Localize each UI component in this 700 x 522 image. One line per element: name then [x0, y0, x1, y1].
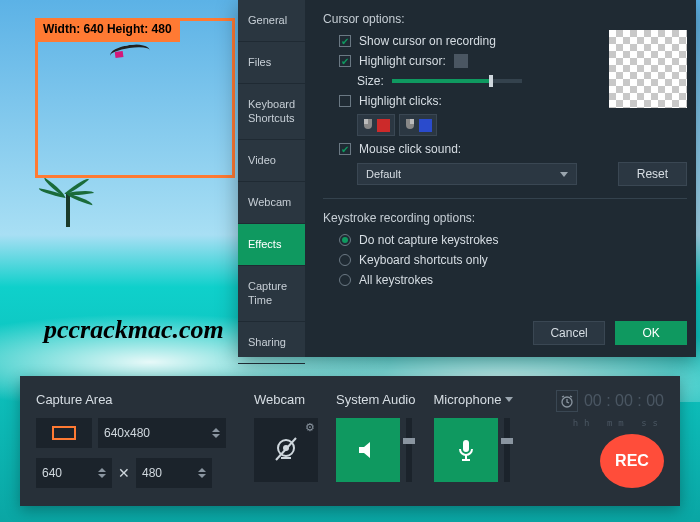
left-click-color[interactable] [357, 114, 395, 136]
system-audio-volume-slider[interactable] [406, 418, 412, 482]
mouse-sound-value: Default [366, 168, 401, 180]
webcam-toggle-button[interactable]: ⚙ [254, 418, 318, 482]
tab-general[interactable]: General [238, 0, 305, 42]
tab-sharing[interactable]: Sharing [238, 322, 305, 364]
webcam-group: Webcam ⚙ [254, 390, 318, 488]
settings-dialog: General Files Keyboard Shortcuts Video W… [238, 0, 696, 357]
keystroke-shortcuts-radio[interactable] [339, 254, 351, 266]
schedule-button[interactable] [556, 390, 578, 412]
tab-capture-time[interactable]: Capture Time [238, 266, 305, 321]
ok-button[interactable]: OK [615, 321, 687, 345]
mouse-sound-dropdown[interactable]: Default [357, 163, 577, 185]
effects-panel: Cursor options: Show cursor on recording… [305, 0, 700, 357]
cursor-size-label: Size: [357, 74, 384, 88]
highlight-clicks-label: Highlight clicks: [359, 94, 442, 108]
divider [323, 198, 687, 199]
svg-rect-3 [463, 440, 469, 452]
capture-preset-dropdown[interactable]: 640x480 [98, 418, 226, 448]
microphone-toggle-button[interactable] [434, 418, 498, 482]
watermark-text: pccrackmac.com [44, 315, 224, 345]
chevron-down-icon[interactable] [505, 397, 513, 402]
gear-icon[interactable]: ⚙ [305, 421, 315, 434]
record-button[interactable]: REC [600, 434, 664, 488]
webcam-off-icon [271, 435, 301, 465]
height-value: 480 [142, 466, 162, 480]
chevron-down-icon [212, 434, 220, 438]
capture-area-group: Capture Area 640x480 640 ✕ 480 [36, 390, 236, 488]
timer-group: 00 : 00 : 00 hh mm ss REC [556, 390, 664, 488]
settings-tabs: General Files Keyboard Shortcuts Video W… [238, 0, 305, 357]
reset-button[interactable]: Reset [618, 162, 687, 186]
keystroke-options-heading: Keystroke recording options: [323, 211, 687, 225]
highlight-cursor-checkbox[interactable] [339, 55, 351, 67]
system-audio-group: System Audio [336, 390, 416, 488]
cursor-options-heading: Cursor options: [323, 12, 687, 26]
capture-area-icon-button[interactable] [36, 418, 92, 448]
tab-files[interactable]: Files [238, 42, 305, 84]
dimension-separator: ✕ [118, 465, 130, 481]
capture-area-heading: Capture Area [36, 390, 236, 408]
width-value: 640 [42, 466, 62, 480]
cancel-button[interactable]: Cancel [533, 321, 605, 345]
microphone-heading: Microphone [434, 392, 502, 407]
capture-region-size-label: Width: 640 Height: 480 [35, 18, 180, 42]
keystroke-none-radio[interactable] [339, 234, 351, 246]
system-audio-toggle-button[interactable] [336, 418, 400, 482]
width-stepper[interactable]: 640 [36, 458, 112, 488]
show-cursor-checkbox[interactable] [339, 35, 351, 47]
mouse-sound-checkbox[interactable] [339, 143, 351, 155]
keystroke-all-label: All keystrokes [359, 273, 433, 287]
tab-keyboard-shortcuts[interactable]: Keyboard Shortcuts [238, 84, 305, 139]
tab-webcam[interactable]: Webcam [238, 182, 305, 224]
right-click-color[interactable] [399, 114, 437, 136]
microphone-volume-slider[interactable] [504, 418, 510, 482]
cursor-size-slider[interactable] [392, 79, 522, 83]
microphone-group: Microphone [434, 390, 514, 488]
capture-preset-value: 640x480 [104, 426, 150, 440]
keystroke-all-radio[interactable] [339, 274, 351, 286]
show-cursor-label: Show cursor on recording [359, 34, 496, 48]
highlight-cursor-color-swatch[interactable] [454, 54, 468, 68]
system-audio-heading: System Audio [336, 390, 416, 408]
capture-region-outline[interactable] [35, 18, 235, 178]
timer-units-label: hh mm ss [573, 418, 664, 428]
tab-effects[interactable]: Effects [238, 224, 305, 266]
crop-icon [52, 426, 76, 440]
keystroke-none-label: Do not capture keystrokes [359, 233, 498, 247]
microphone-icon [452, 436, 480, 464]
highlight-clicks-checkbox[interactable] [339, 95, 351, 107]
cursor-preview-checkerboard [609, 30, 687, 108]
alarm-clock-icon [560, 394, 574, 408]
tab-video[interactable]: Video [238, 140, 305, 182]
speaker-icon [354, 436, 382, 464]
capture-toolbar: Capture Area 640x480 640 ✕ 480 [20, 376, 680, 506]
height-stepper[interactable]: 480 [136, 458, 212, 488]
chevron-down-icon [560, 172, 568, 177]
webcam-heading: Webcam [254, 390, 318, 408]
keystroke-shortcuts-label: Keyboard shortcuts only [359, 253, 488, 267]
chevron-up-icon [212, 428, 220, 432]
timer-display: 00 : 00 : 00 [584, 392, 664, 410]
mouse-sound-label: Mouse click sound: [359, 142, 461, 156]
highlight-cursor-label: Highlight cursor: [359, 54, 446, 68]
